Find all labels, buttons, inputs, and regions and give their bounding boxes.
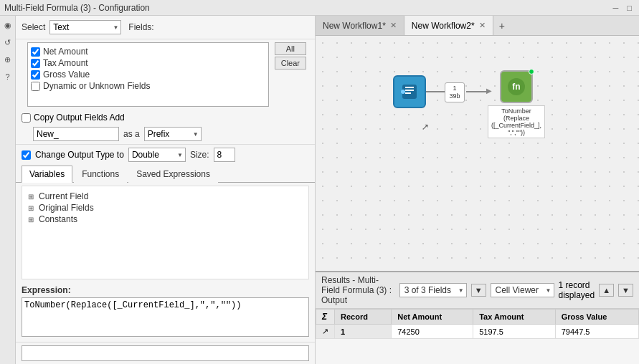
variables-tree: ⊞ Current Field ⊞ Original Fields ⊞ Cons… — [22, 186, 309, 279]
badge-icon: 139b — [445, 82, 465, 102]
workflow-tab-1[interactable]: New Workflow1* ✕ — [316, 16, 404, 35]
workflow-tab-2-label: New Workflow2* — [412, 21, 475, 31]
type-dropdown-wrapper: Double Float Int String — [128, 148, 186, 162]
tree-item-original-fields[interactable]: ⊞ Original Fields — [28, 202, 303, 214]
field-item-tax-amount: Tax Amount — [31, 57, 265, 69]
fields-label: Fields: — [128, 22, 153, 32]
tabs-row: Variables Functions Saved Expressions — [16, 165, 315, 183]
tree-label-original-fields: Original Fields — [39, 203, 94, 213]
col-header-icon: Σ — [316, 310, 335, 325]
field-checkbox-tax-amount[interactable] — [31, 59, 40, 68]
table-row: ↗ 1 74250 5197.5 79447.5 — [316, 325, 639, 339]
expression-label: Expression: — [22, 285, 309, 295]
tonumber-node: fn ToNumber(Replace([_CurrentField_],","… — [488, 70, 545, 138]
tonumber-node-icon: fn — [500, 70, 533, 103]
results-title: Results - Multi-Field Formula (3) : Outp… — [321, 275, 394, 305]
tree-expander-constants: ⊞ — [28, 216, 37, 224]
copy-output-checkbox[interactable] — [22, 113, 31, 123]
field-checkbox-gross-value[interactable] — [31, 70, 40, 80]
select-row: Select Text Number Date Fields: — [16, 16, 315, 39]
prefix-dropdown-wrapper: Prefix Suffix — [144, 127, 202, 141]
results-header: Results - Multi-Field Formula (3) : Outp… — [316, 272, 639, 309]
prefix-row: as a Prefix Suffix — [16, 125, 315, 144]
svg-text:fn: fn — [512, 82, 520, 92]
tab-variables[interactable]: Variables — [22, 166, 72, 183]
pin-button[interactable]: ─ — [610, 4, 622, 12]
input-icon-svg — [399, 82, 420, 102]
fields-down-button[interactable]: ▼ — [471, 284, 486, 297]
bottom-input[interactable] — [22, 345, 309, 361]
change-output-checkbox[interactable] — [22, 150, 31, 160]
tool-icon-1[interactable]: ◉ — [1, 19, 14, 32]
record-count: 1 record displayed — [559, 280, 595, 300]
type-dropdown[interactable]: Double Float Int String — [128, 148, 186, 162]
prefix-input[interactable] — [33, 127, 119, 141]
tree-expander-current-field: ⊞ — [28, 193, 37, 201]
row-record: 1 — [335, 325, 392, 339]
sigma-icon: Σ — [322, 312, 327, 322]
workflow-tab-1-close[interactable]: ✕ — [390, 21, 397, 30]
tree-item-current-field[interactable]: ⊞ Current Field — [28, 191, 303, 202]
select-dropdown[interactable]: Text Number Date — [49, 20, 121, 34]
fields-count-dropdown-wrapper: 3 of 3 Fields — [399, 283, 467, 297]
canvas-area: ▶ 139b ▶ fn — [316, 36, 639, 271]
col-header-tax-amount: Tax Amount — [473, 310, 556, 325]
as-a-label: as a — [123, 129, 140, 139]
prefix-dropdown[interactable]: Prefix Suffix — [144, 127, 202, 141]
cell-viewer-dropdown[interactable]: Cell Viewer — [491, 283, 554, 297]
config-title: Multi-Field Formula (3) - Configuration — [4, 3, 610, 13]
cursor-indicator: ↗ — [422, 122, 429, 132]
tool-icon-3[interactable]: ⊕ — [1, 53, 14, 66]
field-list: Net Amount Tax Amount Gross Value — [27, 42, 269, 107]
workflow-tab-2-close[interactable]: ✕ — [479, 21, 486, 30]
size-input[interactable] — [214, 148, 235, 162]
field-name-gross-value: Gross Value — [43, 70, 90, 80]
all-button[interactable]: All — [275, 42, 306, 55]
nav-down-button[interactable]: ▼ — [618, 284, 633, 297]
badge-node: 139b — [445, 82, 465, 102]
copy-output-row: Copy Output Fields Add — [16, 110, 315, 125]
node-status-dot — [529, 69, 534, 75]
field-name-net-amount: Net Amount — [43, 47, 88, 57]
nav-up-button[interactable]: ▲ — [599, 284, 614, 297]
field-checkbox-dynamic[interactable] — [31, 82, 40, 91]
field-checkbox-net-amount[interactable] — [31, 47, 40, 57]
copy-output-label: Copy Output Fields Add — [34, 112, 125, 123]
tab-functions[interactable]: Functions — [74, 166, 127, 183]
tree-label-current-field: Current Field — [39, 191, 88, 201]
expression-section: Expression: ToNumber(Replace([_CurrentFi… — [16, 282, 315, 342]
select-dropdown-wrapper: Text Number Date — [49, 20, 121, 34]
field-buttons: All Clear — [275, 39, 309, 110]
change-output-label: Change Output Type to — [35, 150, 124, 160]
col-header-record: Record — [335, 310, 392, 325]
row-net-amount: 74250 — [392, 325, 473, 339]
workflow-tab-1-label: New Workflow1* — [323, 21, 386, 31]
row-tax-amount: 5197.5 — [473, 325, 556, 339]
results-controls: 3 of 3 Fields ▼ Cell Viewer 1 record dis… — [399, 280, 633, 300]
tool-icon-2[interactable]: ↺ — [1, 36, 14, 49]
col-header-gross-value: Gross Value — [555, 310, 638, 325]
tonumber-label: ToNumber(Replace([_CurrentField_],",",""… — [488, 105, 545, 138]
title-bar: Multi-Field Formula (3) - Configuration … — [0, 0, 639, 16]
results-table: Σ Record Net Amount Tax Amount Gross Val… — [316, 309, 639, 339]
fields-count-dropdown[interactable]: 3 of 3 Fields — [399, 283, 467, 297]
field-item-dynamic: Dynamic or Unknown Fields — [31, 80, 265, 92]
input-node — [393, 75, 426, 108]
tree-expander-original-fields: ⊞ — [28, 204, 37, 212]
connector-2: ▶ — [466, 91, 489, 92]
expression-textarea[interactable]: ToNumber(Replace([_CurrentField_],",",""… — [22, 297, 309, 337]
tree-label-constants: Constants — [39, 214, 77, 224]
tool-icon-4[interactable]: ? — [1, 70, 14, 83]
svg-point-1 — [401, 90, 405, 94]
field-item-gross-value: Gross Value — [31, 69, 265, 80]
clear-button[interactable]: Clear — [275, 57, 306, 70]
cell-viewer-dropdown-wrapper: Cell Viewer — [491, 283, 554, 297]
size-label: Size: — [190, 150, 209, 160]
workflow-tab-add[interactable]: + — [493, 17, 511, 34]
tonumber-icon-svg: fn — [506, 77, 526, 97]
expand-button[interactable]: □ — [624, 4, 635, 12]
workflow-tab-2[interactable]: New Workflow2* ✕ — [404, 16, 493, 35]
tree-item-constants[interactable]: ⊞ Constants — [28, 214, 303, 225]
field-name-tax-amount: Tax Amount — [43, 58, 88, 68]
tab-saved-expressions[interactable]: Saved Expressions — [128, 166, 218, 183]
